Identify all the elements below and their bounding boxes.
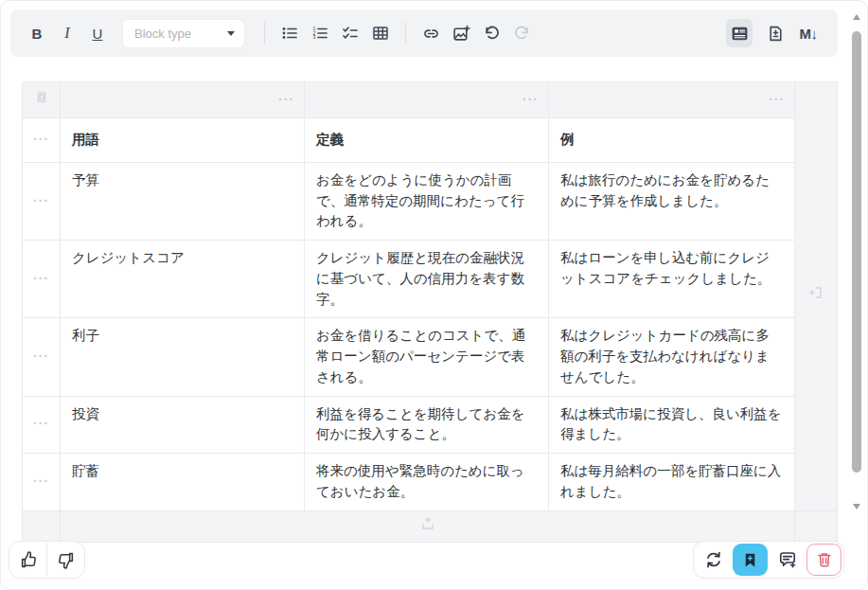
italic-button[interactable]: I <box>54 19 80 47</box>
table-header-row: ··· 用語 定義 例 <box>23 118 838 163</box>
term-cell[interactable]: 投資 <box>61 396 305 454</box>
table-control-row: ··· ··· ··· <box>23 82 838 118</box>
vertical-scrollbar[interactable] <box>851 10 862 522</box>
add-column-icon <box>807 284 824 301</box>
check-list-button[interactable] <box>337 19 363 47</box>
column-menu-definition[interactable]: ··· <box>305 82 549 118</box>
table-row: ··· 貯蓄 将来の使用や緊急時のために取っておいたお金。 私は毎月給料の一部を… <box>23 454 838 511</box>
definition-cell[interactable]: 利益を得ることを期待してお金を何かに投入すること。 <box>305 396 549 454</box>
header-definition[interactable]: 定義 <box>305 118 549 163</box>
link-button[interactable] <box>417 19 444 47</box>
add-column-strip[interactable] <box>795 82 838 511</box>
trash-red-icon <box>816 551 833 568</box>
definition-cell[interactable]: お金をどのように使うかの計画で、通常特定の期間にわたって行われる。 <box>305 162 549 240</box>
header-term[interactable]: 用語 <box>61 118 305 163</box>
column-menu-term[interactable]: ··· <box>61 82 305 118</box>
block-type-placeholder: Block type <box>134 27 191 41</box>
thumbs-down-button[interactable] <box>47 543 83 577</box>
table-icon <box>372 25 389 42</box>
delete-table-cell[interactable] <box>23 82 61 118</box>
row-handle[interactable]: ··· <box>23 396 61 454</box>
svg-text:3: 3 <box>312 34 315 40</box>
scroll-up-arrow[interactable] <box>853 14 860 20</box>
term-cell[interactable]: 利子 <box>61 318 305 396</box>
add-row-icon <box>419 515 436 532</box>
editor-card: B I U Block type 123 <box>0 0 868 590</box>
thumbs-up-button[interactable] <box>10 543 46 577</box>
card-actions-group <box>693 541 844 579</box>
markdown-button[interactable]: M↓ <box>792 19 824 47</box>
bullet-list-button[interactable] <box>276 19 303 47</box>
insert-image-button[interactable] <box>448 19 474 47</box>
block-type-dropdown[interactable]: Block type <box>122 19 245 48</box>
footer-gutter-cell <box>23 510 61 543</box>
editor-toolbar: B I U Block type 123 <box>10 9 838 57</box>
example-cell[interactable]: 私はローンを申し込む前にクレジットスコアをチェックしました。 <box>549 241 795 318</box>
feedback-group <box>9 541 85 579</box>
card-view-toggle-button[interactable] <box>726 19 753 47</box>
term-cell[interactable]: クレジットスコア <box>61 241 305 318</box>
redo-button[interactable] <box>508 19 535 47</box>
check-list-icon <box>342 25 359 42</box>
bookmark-button[interactable] <box>733 544 768 576</box>
toolbar-divider <box>264 22 265 45</box>
bookmark-add-icon <box>741 551 759 569</box>
row-handle[interactable]: ··· <box>23 241 61 318</box>
definition-cell[interactable]: クレジット履歴と現在の金融状況に基づいて、人の信用力を表す数字。 <box>305 241 549 318</box>
document-plus-icon <box>767 25 785 43</box>
term-cell[interactable]: 貯蓄 <box>61 454 305 511</box>
thumbs-down-icon <box>57 551 75 569</box>
link-icon <box>422 25 440 43</box>
export-document-button[interactable] <box>762 19 788 47</box>
example-cell[interactable]: 私はクレジットカードの残高に多額の利子を支払わなければなりませんでした。 <box>549 318 795 396</box>
term-cell[interactable]: 予算 <box>61 162 305 240</box>
example-cell[interactable]: 私は株式市場に投資し、良い利益を得ました。 <box>549 396 795 454</box>
row-handle[interactable]: ··· <box>23 118 61 163</box>
scroll-down-arrow[interactable] <box>853 504 860 510</box>
table-row: ··· 利子 お金を借りることのコストで、通常ローン額のパーセンテージで表される… <box>23 318 838 396</box>
numbered-list-icon: 123 <box>311 25 328 42</box>
table-body: ··· ··· ··· ··· 用語 定 <box>23 82 838 543</box>
regenerate-button[interactable] <box>696 544 731 576</box>
example-cell[interactable]: 私は毎月給料の一部を貯蓄口座に入れました。 <box>549 454 795 511</box>
refresh-icon <box>704 550 723 569</box>
trash-icon <box>34 89 49 104</box>
header-example[interactable]: 例 <box>549 118 795 163</box>
delete-card-button[interactable] <box>806 544 841 576</box>
example-cell[interactable]: 私は旅行のためにお金を貯めるために予算を作成しました。 <box>549 162 795 240</box>
chevron-down-icon <box>227 31 235 36</box>
table-footer-row <box>23 510 838 543</box>
row-handle[interactable]: ··· <box>23 162 61 240</box>
add-row-cell[interactable] <box>61 510 795 543</box>
table-row: ··· 投資 利益を得ることを期待してお金を何かに投入すること。 私は株式市場に… <box>23 396 838 454</box>
image-add-icon <box>452 25 470 43</box>
table-row: ··· 予算 お金をどのように使うかの計画で、通常特定の期間にわたって行われる。… <box>23 162 838 240</box>
table-row: ··· クレジットスコア クレジット履歴と現在の金融状況に基づいて、人の信用力を… <box>23 241 838 318</box>
undo-button[interactable] <box>478 19 505 47</box>
comment-add-icon <box>778 550 797 569</box>
redo-icon <box>513 25 531 43</box>
definition-cell[interactable]: お金を借りることのコストで、通常ローン額のパーセンテージで表される。 <box>305 318 549 396</box>
undo-icon <box>483 25 501 43</box>
bullet-list-icon <box>281 25 298 42</box>
numbered-list-button[interactable]: 123 <box>307 19 333 47</box>
row-handle[interactable]: ··· <box>23 318 61 396</box>
column-menu-example[interactable]: ··· <box>549 82 795 118</box>
add-comment-button[interactable] <box>770 544 805 576</box>
table-button[interactable] <box>367 19 394 47</box>
definition-cell[interactable]: 将来の使用や緊急時のために取っておいたお金。 <box>305 454 549 511</box>
underline-button[interactable]: U <box>84 19 111 47</box>
card-view-icon <box>731 25 749 43</box>
scrollbar-thumb[interactable] <box>852 31 861 473</box>
thumbs-up-icon <box>20 551 38 569</box>
row-handle[interactable]: ··· <box>23 454 61 511</box>
footer-right-gutter-cell <box>795 510 838 543</box>
vocab-table: ··· ··· ··· ··· 用語 定 <box>22 81 838 543</box>
bold-button[interactable]: B <box>24 19 50 47</box>
toolbar-divider <box>405 22 406 45</box>
